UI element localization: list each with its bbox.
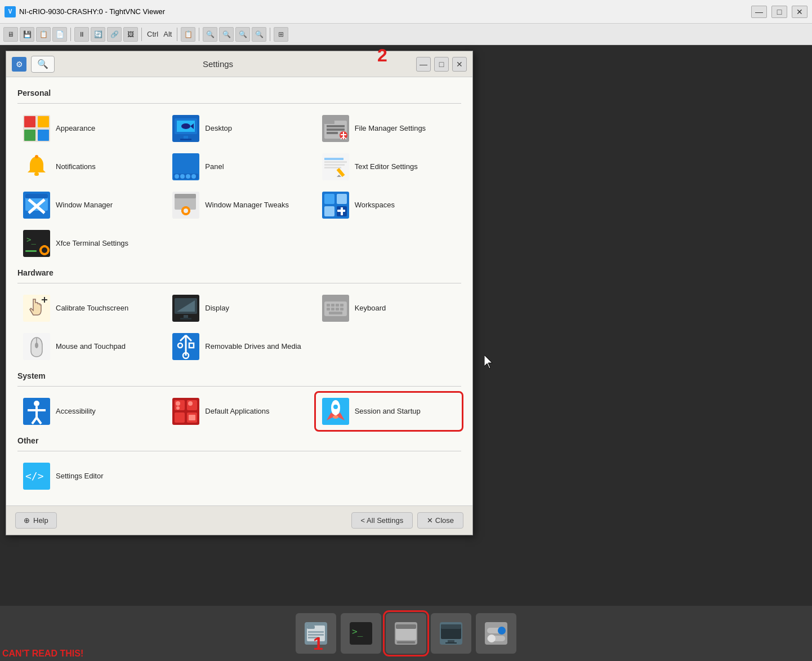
svg-rect-80 [336,304,339,307]
close-settings-label: ✕ Close [427,516,454,525]
toolbar-zoom-out[interactable]: 🔍 [219,27,234,42]
toolbar-zoom-fit[interactable]: 🔍 [235,27,250,42]
toolbar-fullscreen[interactable]: ⊞ [274,27,288,42]
help-icon: ⊕ [24,516,30,525]
help-button[interactable]: ⊕ Help [15,512,57,529]
svg-point-47 [184,208,188,213]
panel-icon [172,153,199,180]
toolbar-pause[interactable]: ⏸ [74,27,89,42]
item-settingseditor[interactable]: </> Settings Editor [17,458,162,494]
windowmanager-icon [23,192,50,219]
svg-rect-81 [340,304,343,307]
desktop-label: Desktop [205,124,232,134]
alt-text[interactable]: Alt [162,30,173,38]
svg-text:</>: </> [25,470,44,482]
cursor [484,355,493,371]
svg-rect-78 [327,304,330,307]
toolbar-clipboard[interactable]: 📋 [181,27,195,42]
svg-rect-4 [38,130,49,141]
svg-rect-48 [185,206,187,208]
wmtweaks-label: Window Manager Tweaks [205,201,289,210]
item-defaultapps[interactable]: Default Applications [167,393,311,429]
svg-point-89 [35,343,38,348]
item-panel[interactable]: Panel [167,149,311,185]
toolbar-sep-1 [70,28,71,41]
close-button[interactable]: ✕ [792,6,807,18]
desktop-icon [172,115,199,142]
toolbar-refresh[interactable]: 🔄 [91,27,105,42]
appearance-icon [23,115,50,142]
item-keyboard[interactable]: Keyboard [316,290,461,326]
svg-rect-51 [188,210,190,212]
personal-grid: Appearance [17,110,461,261]
toolbar-btn-4[interactable]: 📄 [52,27,67,42]
taskbar-settings-active[interactable] [386,613,426,654]
item-accessibility[interactable]: Accessibility [17,393,162,429]
vnc-title: NI-cRIO-9030-CRASHY:0 - TightVNC Viewer [19,7,751,16]
bottom-text: CAN'T READ THIS! [2,649,83,659]
settings-search-button[interactable]: 🔍 [31,56,55,73]
step-2-label: 2 [377,45,387,66]
xfceterminal-icon: >_ [23,230,50,257]
toolbar-link[interactable]: 🔗 [107,27,122,42]
all-settings-button[interactable]: < All Settings [351,512,413,529]
toolbar-btn-3[interactable]: 📋 [36,27,51,42]
svg-rect-58 [337,210,345,212]
item-mouse[interactable]: Mouse and Touchpad [17,329,162,365]
svg-rect-104 [175,400,185,410]
item-desktop[interactable]: Desktop [167,110,311,147]
svg-rect-34 [324,164,345,166]
item-notifications[interactable]: Notifications [17,149,162,185]
item-calibrate[interactable]: Calibrate Touchscreen [17,290,162,326]
settings-minimize[interactable]: — [416,57,431,72]
step-1-label: 1 [313,633,323,654]
item-session[interactable]: Session and Startup [316,393,461,429]
removable-icon [172,333,199,360]
settings-close[interactable]: ✕ [452,57,467,72]
toolbar-screen[interactable]: 🖼 [123,27,138,42]
svg-rect-14 [324,121,334,124]
svg-rect-130 [396,624,416,629]
item-filemanager[interactable]: File Manager Settings [316,110,461,147]
notifications-icon [23,153,50,180]
maximize-button[interactable]: □ [771,6,787,18]
item-wmtweaks[interactable]: Window Manager Tweaks [167,187,311,223]
toolbar-btn-1[interactable]: 🖥 [3,27,18,42]
svg-rect-111 [189,415,195,420]
section-personal-divider [17,103,461,104]
svg-point-105 [176,401,180,406]
item-removable[interactable]: Removable Drives and Media [167,329,311,365]
svg-rect-136 [445,642,457,644]
svg-rect-109 [175,412,185,423]
settings-maximize[interactable]: □ [434,57,449,72]
ctrl-text[interactable]: Ctrl [145,30,160,38]
item-display[interactable]: Display [167,290,311,326]
svg-rect-82 [327,308,330,310]
item-appearance[interactable]: Appearance [17,110,162,147]
section-other-divider [17,451,461,451]
toolbar-btn-2[interactable]: 💾 [20,27,34,42]
settings-window-icon: ⚙ [12,57,26,72]
svg-rect-131 [397,641,415,644]
toolbar-zoom-full[interactable]: 🔍 [252,27,266,42]
item-windowmanager[interactable]: Window Manager [17,187,162,223]
item-workspaces[interactable]: Workspaces [316,187,461,223]
mouse-label: Mouse and Touchpad [56,342,126,352]
settings-titlebar: ⚙ 🔍 Settings — □ ✕ [6,51,472,77]
svg-rect-45 [175,194,196,198]
svg-rect-49 [185,213,187,215]
close-settings-button[interactable]: ✕ Close [417,512,463,529]
taskbar-display[interactable] [431,613,471,654]
vnc-titlebar: V NI-cRIO-9030-CRASHY:0 - TightVNC Viewe… [0,0,812,24]
footer-right: < All Settings ✕ Close [351,512,463,529]
item-xfceterminal[interactable]: >_ Xfce Terminal Settings [17,225,162,261]
toolbar-zoom-in[interactable]: 🔍 [203,27,217,42]
item-texteditor[interactable]: Text Editor Settings [316,149,461,185]
taskbar-toggle[interactable] [476,613,516,654]
settings-content: Personal Appearance [6,77,472,505]
minimize-button[interactable]: — [751,6,767,18]
taskbar-terminal[interactable]: >_ [341,613,381,654]
settings-footer: ⊕ Help < All Settings ✕ Close [6,505,472,535]
svg-point-117 [333,415,338,419]
notifications-label: Notifications [56,162,96,172]
